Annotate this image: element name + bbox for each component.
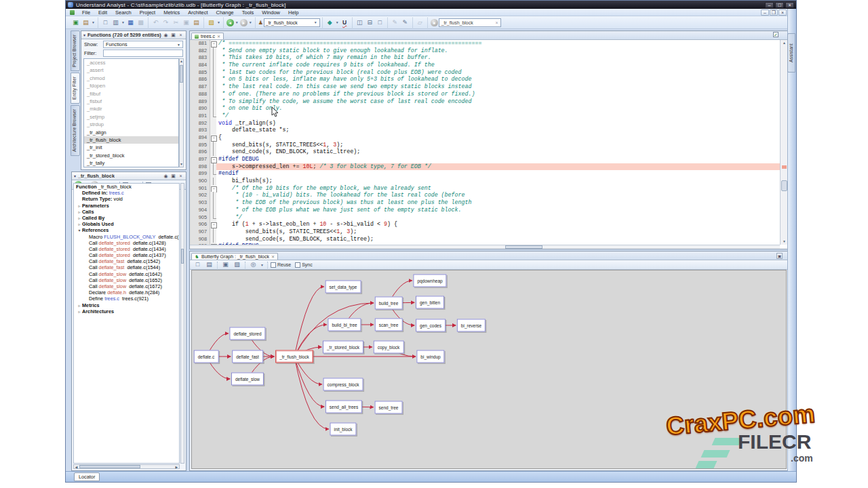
list-item-tr-align[interactable]: _tr_align	[84, 129, 178, 136]
graph-node-gen-codes[interactable]: gen_codes	[416, 319, 446, 332]
cut-icon[interactable]: ✂	[172, 18, 180, 27]
chevron-down-icon[interactable]: ▼	[249, 20, 252, 24]
close-tab-icon[interactable]: ✕	[217, 34, 220, 39]
chevron-down-icon[interactable]: ▼	[217, 20, 220, 24]
section-calls[interactable]: ▹Calls	[74, 209, 179, 215]
annotate-all-icon[interactable]: ✎	[401, 18, 410, 27]
tab-locator[interactable]: Locator	[74, 472, 100, 481]
graph-node-build-tree[interactable]: build_tree	[375, 297, 403, 310]
code-line-898[interactable]: 898 s->compressed_len += 10L; /* 3 for b…	[190, 163, 780, 171]
copy-icon[interactable]: ▣	[182, 18, 191, 27]
graph-node-tr-stored-block[interactable]: _tr_stored_block	[323, 341, 363, 354]
list-item-mkdir[interactable]: _mkdir	[84, 105, 178, 113]
graph-node-copy-block[interactable]: copy_block	[374, 341, 404, 354]
graph-node-scan-tree[interactable]: scan_tree	[375, 319, 403, 331]
scroll-left-icon[interactable]: ◀	[74, 465, 79, 469]
reference-row[interactable]: Call deflate_fast deflate.c(1542)	[74, 258, 179, 264]
code-line-907[interactable]: 907 send_bits(s, STATIC_TREES<<1, 3);	[190, 228, 780, 236]
maximize-button[interactable]: □	[775, 2, 784, 8]
undo-icon[interactable]: ↶	[151, 18, 160, 27]
graph-node-set-data-type[interactable]: set_data_type	[326, 281, 361, 293]
sidebar-tab-architecture-browser[interactable]: Architecture Browser	[71, 105, 80, 156]
close-tab-icon[interactable]: ✕	[271, 254, 275, 259]
list-item-chmod[interactable]: _chmod	[84, 75, 178, 82]
fold-toggle-icon[interactable]	[210, 40, 216, 47]
code-line-887[interactable]: 887 * the last real code. In this case w…	[190, 83, 780, 91]
mdi-minimize-button[interactable]: –	[761, 9, 769, 16]
graph-node-send-tree[interactable]: send_tree	[375, 401, 403, 414]
section-globals-used[interactable]: ▹Globals Used	[74, 221, 179, 227]
code-line-900[interactable]: 900 bi_flush(s);	[190, 178, 780, 185]
fold-toggle-icon[interactable]	[210, 185, 216, 192]
open-file-icon[interactable]: ▥	[111, 18, 120, 27]
close-icon[interactable]: ×	[178, 173, 184, 179]
chevron-down-icon[interactable]: ▼	[260, 263, 264, 267]
chevron-down-icon[interactable]: ▼	[336, 20, 339, 24]
scrollbar-thumb[interactable]	[505, 245, 542, 249]
layout-rows-icon[interactable]: ⊟	[366, 18, 374, 27]
new-project-icon[interactable]: ▣	[71, 18, 80, 27]
tab-assistant[interactable]: Assistant	[787, 33, 795, 73]
code-line-894[interactable]: 894{	[190, 134, 780, 142]
code-line-885[interactable]: 885 * last two codes for the previous bl…	[190, 69, 780, 77]
chevron-down-icon[interactable]: ▼	[314, 20, 317, 24]
list-item-strdup[interactable]: _strdup	[84, 121, 178, 128]
scrollbar-thumb[interactable]	[79, 465, 140, 468]
graph-node-init-block[interactable]: init_block	[330, 423, 356, 436]
section-called-by[interactable]: ▹Called By	[74, 215, 179, 221]
menu-item-edit[interactable]: Edit	[94, 9, 111, 16]
save-graph-icon[interactable]: □	[193, 260, 202, 269]
code-line-893[interactable]: 893 deflate_state *s;	[190, 127, 780, 134]
entity-combo[interactable]: _tr_flush_block▼	[264, 18, 320, 27]
fold-toggle-icon[interactable]	[210, 221, 216, 228]
list-item-tr-tally[interactable]: _tr_tally	[84, 159, 178, 167]
code-line-895[interactable]: 895 send_bits(s, STATIC_TREES<<1, 3);	[190, 142, 780, 149]
export-graph-icon[interactable]: ▣	[221, 260, 230, 269]
code-line-882[interactable]: 882 * Send one empty static block to giv…	[190, 47, 780, 55]
graph-node-build-bl-tree[interactable]: build_bl_tree	[328, 319, 361, 331]
code-line-889[interactable]: 889 * To simplify the code, we assume th…	[190, 98, 780, 106]
reference-row[interactable]: Call deflate_stored deflate.c(1434)	[74, 246, 179, 252]
chevron-down-icon[interactable]: ▼	[92, 20, 95, 24]
editor-option-checkbox[interactable]: ✓	[773, 32, 778, 37]
graph-node-compress-block[interactable]: compress_block	[323, 378, 363, 391]
open-project-icon[interactable]: ▤	[81, 18, 90, 27]
copy-graph-icon[interactable]: ▨	[233, 260, 241, 269]
code-line-892[interactable]: 892void _tr_align(s)	[190, 120, 780, 127]
layout-columns-icon[interactable]: ◫	[355, 18, 364, 27]
graph-node-bi-reverse[interactable]: bi_reverse	[457, 319, 486, 332]
minimize-button[interactable]: –	[765, 2, 774, 8]
code-line-883[interactable]: 883 * This takes 10 bits, of which 7 may…	[190, 54, 780, 62]
section-architectures[interactable]: ▹Architectures	[74, 308, 179, 314]
save-icon[interactable]: ▦	[126, 18, 135, 27]
scroll-down-icon[interactable]: ▼	[180, 162, 183, 167]
graph-node-deflate-fast[interactable]: deflate_fast	[232, 350, 263, 363]
entity-search-input[interactable]: _tr_flush_block×	[439, 18, 501, 27]
section-parameters[interactable]: ▹Parameters	[74, 203, 179, 209]
graph-node-deflate-stored[interactable]: deflate_stored	[229, 327, 265, 340]
fold-toggle-icon[interactable]	[210, 134, 216, 142]
show-combo[interactable]: Functions ▼	[103, 41, 183, 48]
dock-icon[interactable]: ◉	[163, 173, 169, 179]
reference-row[interactable]: Call deflate_stored deflate.c(1428)	[74, 240, 179, 246]
float-icon[interactable]: ▣	[170, 32, 176, 38]
menu-item-file[interactable]: File	[78, 9, 94, 16]
list-item-access[interactable]: _access	[84, 59, 178, 66]
reference-row[interactable]: Call deflate_slow deflate.c(1672)	[74, 283, 179, 289]
float-icon[interactable]: ▣	[776, 253, 783, 259]
reference-row[interactable]: Macro FLUSH_BLOCK_ONLY deflate.c(1365) p…	[74, 234, 179, 240]
code-line-899[interactable]: 899#endif	[190, 170, 780, 178]
menu-item-project[interactable]: Project	[136, 9, 159, 16]
close-icon[interactable]: ×	[178, 32, 184, 38]
color-icon[interactable]: ◆	[326, 18, 334, 27]
list-item-tr-flush-block[interactable]: _tr_flush_block	[84, 136, 178, 144]
filter-input[interactable]	[103, 49, 183, 57]
redo-icon[interactable]: ↷	[161, 18, 170, 27]
scrollbar-thumb[interactable]	[781, 180, 787, 191]
paste-icon[interactable]: ▤	[192, 18, 201, 27]
reuse-checkbox[interactable]	[271, 262, 276, 268]
zoom-graph-icon[interactable]: ◎	[249, 260, 258, 269]
layout-single-icon[interactable]: □	[376, 18, 384, 27]
info-vscrollbar[interactable]	[180, 183, 184, 464]
code-line-903[interactable]: 903 * the EOB of the previous block) was…	[190, 199, 780, 207]
